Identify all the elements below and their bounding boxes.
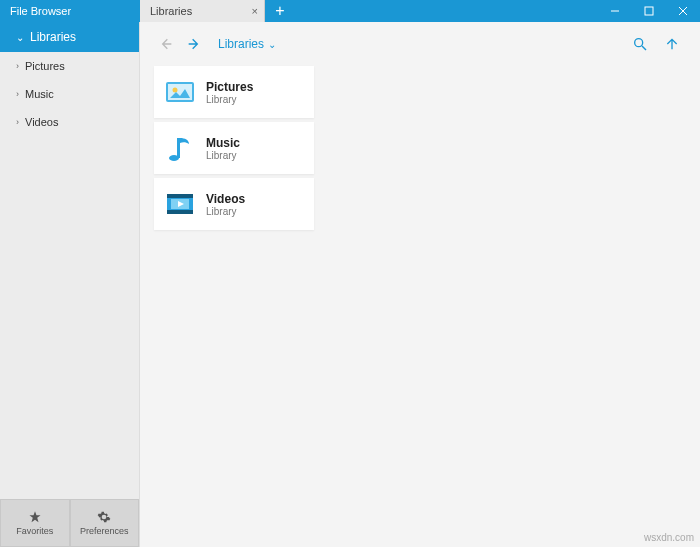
preferences-label: Preferences: [80, 526, 129, 536]
maximize-button[interactable]: [632, 0, 666, 22]
sidebar-header-libraries[interactable]: ⌄ Libraries: [0, 22, 139, 52]
tab-libraries[interactable]: Libraries ×: [140, 0, 265, 22]
tile-subtitle: Library: [206, 150, 240, 161]
arrow-up-icon: [664, 36, 680, 52]
svg-rect-12: [167, 194, 193, 198]
up-button[interactable]: [658, 30, 686, 58]
gear-icon: [97, 510, 111, 524]
tile-text: Videos Library: [206, 192, 245, 217]
sidebar-item-pictures[interactable]: › Pictures: [0, 52, 139, 80]
close-button[interactable]: [666, 0, 700, 22]
tile-text: Music Library: [206, 136, 240, 161]
svg-rect-10: [177, 138, 180, 158]
tile-name: Pictures: [206, 80, 253, 94]
sidebar-item-music[interactable]: › Music: [0, 80, 139, 108]
app-title: File Browser: [0, 5, 140, 17]
sidebar-item-label: Pictures: [25, 60, 65, 72]
sidebar-item-label: Music: [25, 88, 54, 100]
sidebar-item-videos[interactable]: › Videos: [0, 108, 139, 136]
chevron-right-icon: ›: [16, 61, 19, 71]
library-tile-pictures[interactable]: Pictures Library: [154, 66, 314, 118]
sidebar-item-label: Videos: [25, 116, 58, 128]
svg-rect-13: [167, 210, 193, 214]
svg-point-8: [173, 88, 178, 93]
library-tile-videos[interactable]: Videos Library: [154, 178, 314, 230]
minimize-button[interactable]: [598, 0, 632, 22]
sidebar-footer: Favorites Preferences: [0, 499, 139, 547]
chevron-right-icon: ›: [16, 89, 19, 99]
tab-label: Libraries: [150, 5, 192, 17]
chevron-right-icon: ›: [16, 117, 19, 127]
search-icon: [632, 36, 648, 52]
content-pane: Libraries ⌄ Pictures Library: [140, 22, 700, 547]
nav-back-button[interactable]: [154, 32, 178, 56]
watermark: wsxdn.com: [644, 532, 694, 543]
tile-name: Videos: [206, 192, 245, 206]
tile-name: Music: [206, 136, 240, 150]
tile-text: Pictures Library: [206, 80, 253, 105]
music-icon: [164, 132, 196, 164]
library-tile-music[interactable]: Music Library: [154, 122, 314, 174]
titlebar: File Browser Libraries × +: [0, 0, 700, 22]
nav-forward-button[interactable]: [182, 32, 206, 56]
search-button[interactable]: [626, 30, 654, 58]
svg-line-5: [642, 46, 646, 50]
sidebar: ⌄ Libraries › Pictures › Music › Videos …: [0, 22, 140, 547]
maximize-icon: [644, 6, 654, 16]
toolbar: Libraries ⌄: [140, 22, 700, 66]
tile-subtitle: Library: [206, 206, 245, 217]
arrow-right-icon: [186, 36, 202, 52]
svg-point-4: [635, 39, 643, 47]
minimize-icon: [610, 6, 620, 16]
chevron-down-icon: ⌄: [16, 32, 24, 43]
window-controls: [598, 0, 700, 22]
preferences-button[interactable]: Preferences: [70, 499, 140, 547]
arrow-left-icon: [158, 36, 174, 52]
close-icon: [678, 6, 688, 16]
svg-rect-1: [645, 7, 653, 15]
close-tab-icon[interactable]: ×: [252, 5, 258, 17]
favorites-label: Favorites: [16, 526, 53, 536]
new-tab-button[interactable]: +: [265, 2, 295, 20]
star-icon: [28, 510, 42, 524]
favorites-button[interactable]: Favorites: [0, 499, 70, 547]
chevron-down-icon: ⌄: [268, 39, 276, 50]
tile-subtitle: Library: [206, 94, 253, 105]
videos-icon: [164, 188, 196, 220]
breadcrumb[interactable]: Libraries ⌄: [218, 37, 276, 51]
library-tiles: Pictures Library Music Library Video: [140, 66, 700, 234]
sidebar-header-label: Libraries: [30, 30, 76, 44]
breadcrumb-label: Libraries: [218, 37, 264, 51]
main-area: ⌄ Libraries › Pictures › Music › Videos …: [0, 22, 700, 547]
pictures-icon: [164, 76, 196, 108]
